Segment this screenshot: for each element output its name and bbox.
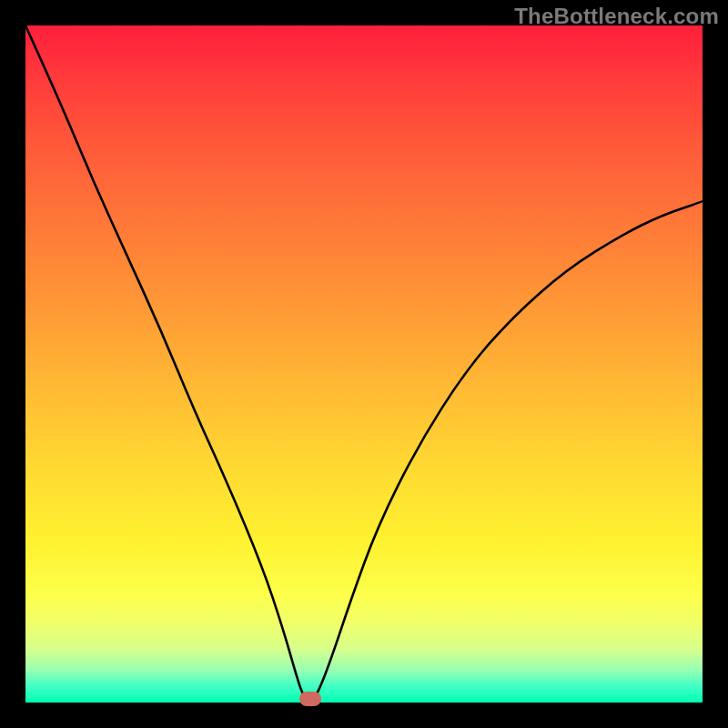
plot-area (25, 25, 703, 703)
bottleneck-curve (25, 25, 703, 701)
optimum-marker (299, 692, 321, 706)
curve-svg (25, 25, 703, 703)
chart-frame: TheBottleneck.com (0, 0, 728, 728)
